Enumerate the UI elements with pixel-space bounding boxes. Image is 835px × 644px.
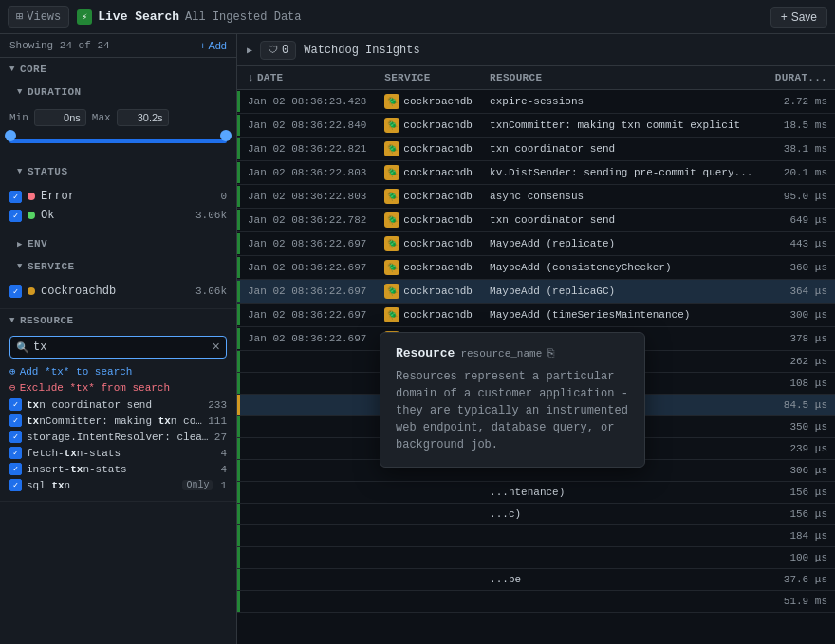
tooltip-title-text: Resource bbox=[396, 346, 455, 360]
resource-storage-checkbox[interactable] bbox=[9, 431, 22, 443]
sort-icon: ↓ bbox=[248, 72, 254, 83]
row-resource: ...be bbox=[482, 569, 766, 591]
status-error-row: Error 0 bbox=[9, 187, 227, 206]
resource-section-header[interactable]: ▼ Resource bbox=[0, 309, 236, 332]
table-row[interactable]: Jan 02 08:36:23.428 🪲cockroachdb expire-… bbox=[237, 90, 835, 114]
resource-fetch-txn-count: 4 bbox=[220, 448, 227, 459]
service-badge-icon: 🪲 bbox=[384, 307, 399, 322]
table-row[interactable]: 51.9 ms bbox=[237, 591, 835, 613]
service-column-header[interactable]: SERVICE bbox=[377, 66, 482, 90]
status-section-header[interactable]: ▼ Status bbox=[0, 160, 236, 183]
table-row[interactable]: ...c) 156 μs bbox=[237, 504, 835, 525]
status-section: Error 0 Ok 3.06k bbox=[0, 183, 236, 232]
resource-txn-coordinator-checkbox[interactable] bbox=[9, 398, 22, 411]
row-date bbox=[240, 547, 377, 569]
views-button[interactable]: ⊞ Views bbox=[8, 6, 69, 28]
slider-max-thumb[interactable] bbox=[220, 130, 232, 141]
table-row[interactable]: Jan 02 08:36:22.697 🪲cockroachdb MaybeAd… bbox=[237, 232, 835, 256]
resource-column-header[interactable]: RESOURCE bbox=[482, 66, 766, 90]
service-label: Service bbox=[28, 261, 75, 272]
row-date bbox=[240, 416, 377, 438]
date-column-header[interactable]: ↓DATE bbox=[240, 66, 377, 90]
ok-checkbox[interactable] bbox=[9, 210, 22, 222]
table-row[interactable]: ...ntenance) 156 μs bbox=[237, 482, 835, 504]
duration-slider[interactable] bbox=[9, 132, 227, 151]
service-chevron-icon: ▼ bbox=[17, 262, 23, 271]
error-checkbox[interactable] bbox=[9, 191, 22, 203]
row-duration: 37.6 μs bbox=[766, 569, 835, 591]
showing-count: Showing 24 of 24 bbox=[9, 40, 110, 51]
table-row[interactable]: ...be 37.6 μs bbox=[237, 569, 835, 591]
row-resource bbox=[482, 525, 766, 547]
resource-txncommitter-checkbox[interactable] bbox=[9, 414, 22, 427]
search-icon: 🔍 bbox=[16, 341, 29, 354]
ok-count: 3.06k bbox=[195, 210, 227, 221]
save-plus-icon: + bbox=[781, 10, 788, 24]
ok-dot bbox=[28, 212, 35, 219]
row-date bbox=[240, 351, 377, 373]
duration-column-header[interactable]: DURAT... bbox=[766, 66, 835, 90]
resource-insert-txn-label: insert-txn-stats bbox=[27, 464, 127, 475]
table-row[interactable]: Jan 02 08:36:22.697 🪲cockroachdb MaybeAd… bbox=[237, 304, 835, 327]
row-service: 🪲cockroachdb bbox=[377, 90, 482, 114]
watchdog-expand-icon[interactable]: ▶ bbox=[247, 45, 252, 56]
row-duration: 156 μs bbox=[766, 504, 835, 525]
exclude-search-label: Exclude *tx* from search bbox=[20, 382, 170, 394]
table-row[interactable]: Jan 02 08:36:22.697 🪲cockroachdb MaybeAd… bbox=[237, 280, 835, 304]
watchdog-bar: ▶ 🛡 0 Watchdog Insights bbox=[237, 34, 835, 66]
tooltip-title-row: Resource resource_name ⎘ bbox=[396, 346, 629, 360]
resource-section: ▼ Resource 🔍 × ⊕ Add *tx* to search ⊖ Ex… bbox=[0, 309, 236, 502]
resource-sql-txn-checkbox[interactable] bbox=[9, 479, 22, 491]
only-badge[interactable]: Only bbox=[182, 480, 213, 490]
table-row[interactable]: 184 μs bbox=[237, 525, 835, 547]
clear-search-icon[interactable]: × bbox=[213, 340, 220, 354]
max-input[interactable] bbox=[117, 109, 169, 126]
min-input[interactable] bbox=[34, 109, 86, 126]
resource-fetch-txn-checkbox[interactable] bbox=[9, 447, 22, 459]
traces-table-container[interactable]: ↓DATE SERVICE RESOURCE DURAT... Jan 02 0… bbox=[237, 66, 835, 644]
env-label: Env bbox=[28, 238, 47, 249]
core-section-header[interactable]: ▼ CORE bbox=[0, 58, 236, 81]
service-badge-icon: 🪲 bbox=[384, 189, 399, 204]
resource-search-input[interactable] bbox=[33, 340, 209, 354]
row-date: Jan 02 08:36:22.782 bbox=[240, 209, 377, 232]
row-resource bbox=[482, 547, 766, 569]
table-row[interactable]: Jan 02 08:36:22.821 🪲cockroachdb txn coo… bbox=[237, 138, 835, 161]
add-filter-button[interactable]: + Add bbox=[200, 40, 227, 51]
table-row[interactable]: Jan 02 08:36:22.803 🪲cockroachdb async c… bbox=[237, 185, 835, 209]
tooltip-subtitle: resource_name bbox=[460, 348, 542, 359]
cockroachdb-checkbox[interactable] bbox=[9, 285, 22, 298]
service-name: cockroachdb bbox=[403, 143, 473, 155]
row-service: 🪲cockroachdb bbox=[377, 161, 482, 185]
service-section-header[interactable]: ▼ Service bbox=[0, 255, 236, 278]
save-button[interactable]: + Save bbox=[770, 7, 827, 28]
ok-label: Ok bbox=[41, 209, 54, 222]
env-section-header[interactable]: ▶ Env bbox=[0, 232, 236, 255]
views-icon: ⊞ bbox=[16, 9, 23, 24]
service-name: cockroachdb bbox=[403, 96, 473, 107]
error-dot bbox=[28, 193, 35, 200]
live-search-label: Live Search bbox=[98, 9, 179, 24]
add-search-link[interactable]: ⊕ Add *tx* to search bbox=[9, 364, 227, 378]
duration-section-header[interactable]: ▼ Duration bbox=[0, 81, 236, 103]
row-service bbox=[377, 482, 482, 504]
row-date bbox=[240, 373, 377, 395]
table-row[interactable]: Jan 02 08:36:22.840 🪲cockroachdb txnComm… bbox=[237, 114, 835, 138]
table-row[interactable]: Jan 02 08:36:22.803 🪲cockroachdb kv.Dist… bbox=[237, 161, 835, 185]
table-row[interactable]: Jan 02 08:36:22.697 🪲cockroachdb MaybeAd… bbox=[237, 256, 835, 280]
slider-min-thumb[interactable] bbox=[5, 130, 16, 141]
row-service: 🪲cockroachdb bbox=[377, 256, 482, 280]
resource-insert-txn-checkbox[interactable] bbox=[9, 463, 22, 475]
copy-icon[interactable]: ⎘ bbox=[547, 347, 554, 360]
resource-storage-label: storage.IntentResolver: cleanup txn reco… bbox=[27, 432, 214, 443]
row-service: 🪲cockroachdb bbox=[377, 232, 482, 256]
exclude-search-link[interactable]: ⊖ Exclude *tx* from search bbox=[9, 380, 227, 395]
row-date: Jan 02 08:36:22.697 bbox=[240, 256, 377, 280]
table-row[interactable]: Jan 02 08:36:22.782 🪲cockroachdb txn coo… bbox=[237, 209, 835, 232]
service-badge-icon: 🪲 bbox=[384, 236, 399, 251]
duration-label: Duration bbox=[28, 86, 82, 98]
row-date bbox=[240, 482, 377, 504]
table-row[interactable]: 100 μs bbox=[237, 547, 835, 569]
resource-txn-coordinator-count: 233 bbox=[208, 399, 227, 411]
row-resource: ...ntenance) bbox=[482, 482, 766, 504]
